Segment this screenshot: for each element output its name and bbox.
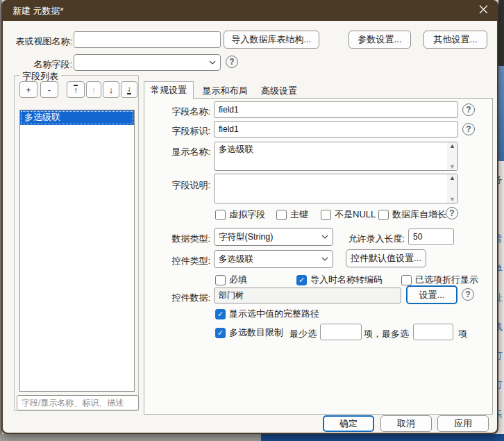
min-select-input[interactable] <box>320 324 362 340</box>
checkbox-icon: ✓ <box>276 210 287 220</box>
field-desc-label: 字段说明: <box>162 179 210 192</box>
import-table-structure-button[interactable]: 导入数据库表结构... <box>224 31 319 49</box>
checkbox-primary-key[interactable]: ✓ 主键 <box>276 208 308 221</box>
close-button[interactable] <box>472 2 494 19</box>
field-id-input[interactable] <box>214 121 458 138</box>
field-filter-input[interactable] <box>17 395 139 410</box>
titlebar[interactable]: 新建 元数据* <box>1 0 498 21</box>
remove-field-button[interactable]: - <box>40 81 58 98</box>
screen: 务 普 单 址 线 订 订 乐 新建 元数据* 表或视图名称: 导入数据库表结构… <box>0 0 504 441</box>
field-desc-scrollbar[interactable]: ▲ ▼ <box>447 174 457 203</box>
max-select-input[interactable] <box>413 324 453 340</box>
field-id-label: 字段标识: <box>162 125 210 138</box>
chevron-down-icon <box>321 257 328 261</box>
check-icon: ✓ <box>299 276 305 284</box>
control-data-settings-button[interactable]: 设置... <box>406 285 457 304</box>
dialog-body: 表或视图名称: 导入数据库表结构... 参数设置... 其他设置... 名称字段… <box>3 21 497 433</box>
checkbox-label: 导入时名称转编码 <box>310 274 383 286</box>
control-type-label: 控件类型: <box>162 255 210 267</box>
clipped-text: 线 <box>498 321 503 333</box>
cancel-button[interactable]: 取消 <box>380 415 432 432</box>
table-name-input[interactable] <box>74 31 221 48</box>
move-bottom-button[interactable]: ↓ <box>121 81 137 98</box>
ok-button[interactable]: 确定 <box>323 415 374 432</box>
clipped-text: 址 <box>498 292 503 304</box>
clipped-text: 务 <box>498 174 503 186</box>
tab-general-settings[interactable]: 常规设置 <box>144 81 194 99</box>
scroll-up-icon[interactable]: ▲ <box>449 142 455 149</box>
checkbox-label: 已选项折行显示 <box>415 274 478 286</box>
control-default-value-button[interactable]: 控件默认值设置... <box>346 249 426 267</box>
move-bottom-icon: ↓ <box>127 85 131 94</box>
checkbox-icon: ✓ <box>215 309 226 319</box>
control-data-input[interactable] <box>214 288 401 303</box>
apply-button[interactable]: 应用 <box>437 415 489 432</box>
background-right-blue <box>498 66 504 161</box>
field-desc-textarea[interactable] <box>214 174 458 203</box>
tab-advanced-settings[interactable]: 高级设置 <box>255 83 303 98</box>
clipped-text: 订 <box>498 349 503 362</box>
other-settings-button[interactable]: 其他设置... <box>423 31 487 49</box>
name-field-label: 名称字段: <box>12 58 72 71</box>
checkbox-icon: ✓ <box>378 210 389 220</box>
add-field-button[interactable]: + <box>19 81 37 98</box>
checkbox-virtual-field[interactable]: ✓ 虚拟字段 <box>215 208 265 221</box>
move-down-button[interactable]: ↓ <box>103 81 119 98</box>
list-item[interactable]: 多选级联 <box>20 110 134 125</box>
data-type-combobox[interactable]: 字符型(String) <box>214 228 333 246</box>
unit-label: 项 <box>458 328 469 340</box>
display-name-label: 显示名称: <box>162 146 210 158</box>
move-up-button[interactable]: ↑ <box>86 81 101 98</box>
name-field-help-icon[interactable]: ? <box>226 56 238 68</box>
tab-display-layout[interactable]: 显示和布局 <box>196 83 253 98</box>
params-settings-button[interactable]: 参数设置... <box>348 31 411 49</box>
checkbox-required[interactable]: ✓ 必填 <box>215 274 247 286</box>
field-name-help-icon[interactable]: ? <box>462 103 475 116</box>
input-length-label: 允许录入长度: <box>344 233 405 245</box>
table-name-label: 表或视图名称: <box>12 35 72 48</box>
checkbox-label: 多选数目限制 <box>229 326 283 339</box>
checkbox-not-null[interactable]: ✓ 不是NULL <box>321 208 376 221</box>
close-icon <box>479 4 488 17</box>
move-top-icon: ↑ <box>74 85 78 94</box>
checkbox-wrap-selected[interactable]: ✓ 已选项折行显示 <box>401 274 478 286</box>
checkbox-label: 虚拟字段 <box>229 208 265 221</box>
scroll-down-icon[interactable]: ▼ <box>449 196 455 203</box>
checkbox-icon: ✓ <box>296 275 307 285</box>
clipped-text: 单 <box>498 263 503 275</box>
field-name-label: 字段名称: <box>162 106 210 118</box>
checkbox-icon: ✓ <box>215 275 226 285</box>
control-data-help-icon[interactable]: ? <box>462 288 474 301</box>
checkbox-label: 不是NULL <box>335 208 376 221</box>
chevron-down-icon <box>321 235 328 239</box>
attributes-help-icon[interactable]: ? <box>446 207 458 219</box>
checkbox-label: 数据库自增长 <box>392 208 446 221</box>
field-id-help-icon[interactable]: ? <box>462 123 475 135</box>
display-name-scrollbar[interactable]: ▲ ▼ <box>447 142 457 170</box>
check-icon: ✓ <box>217 329 224 337</box>
input-length-field[interactable] <box>408 228 454 245</box>
field-name-input[interactable] <box>214 101 458 118</box>
scroll-down-icon[interactable]: ▼ <box>449 163 455 170</box>
clipped-text: 乐 <box>498 408 503 421</box>
checkbox-label: 必填 <box>229 274 247 286</box>
name-field-combobox[interactable] <box>74 54 221 71</box>
move-up-icon: ↑ <box>92 85 96 95</box>
checkbox-multi-select-limit[interactable]: ✓ 多选数目限制 <box>215 326 283 339</box>
max-select-label: 项，最多选 <box>364 328 410 340</box>
checkbox-icon: ✓ <box>401 275 412 285</box>
checkbox-name-to-code[interactable]: ✓ 导入时名称转编码 <box>296 274 383 286</box>
min-select-label: 最少选 <box>289 328 317 340</box>
checkbox-label: 主键 <box>290 208 308 221</box>
background-right-window: 务 普 单 址 线 订 订 乐 <box>498 161 504 434</box>
checkbox-auto-increment[interactable]: ✓ 数据库自增长 <box>378 208 446 221</box>
checkbox-icon: ✓ <box>215 210 226 220</box>
move-top-button[interactable]: ↑ <box>67 81 85 98</box>
control-type-combobox[interactable]: 多选级联 <box>214 250 333 268</box>
checkbox-show-full-path[interactable]: ✓ 显示选中值的完整路径 <box>215 308 319 320</box>
scroll-up-icon[interactable]: ▲ <box>449 174 455 181</box>
field-listbox[interactable]: 多选级联 <box>19 110 135 392</box>
checkbox-label: 显示选中值的完整路径 <box>229 308 319 320</box>
data-type-label: 数据类型: <box>162 233 210 245</box>
display-name-textarea[interactable]: 多选级联 <box>214 142 458 171</box>
